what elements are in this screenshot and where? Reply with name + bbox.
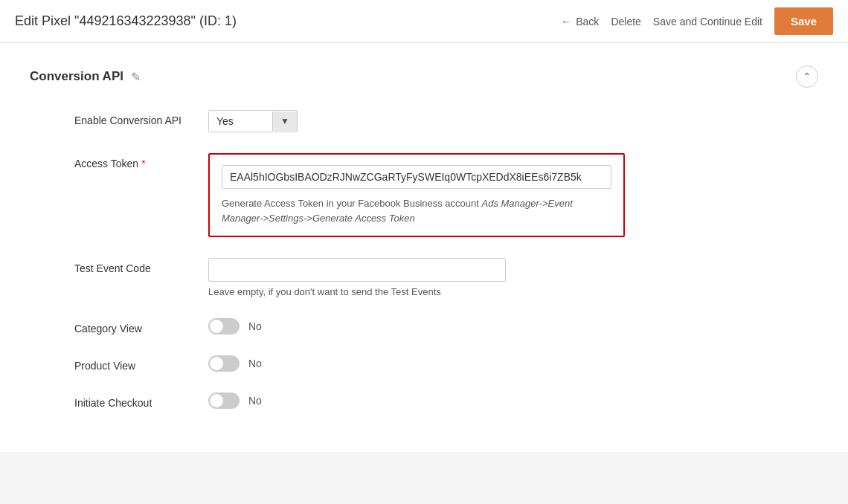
initiate-checkout-label: Initiate Checkout xyxy=(74,392,208,409)
test-event-hint: Leave empty, if you don't want to send t… xyxy=(208,286,625,297)
access-token-input[interactable] xyxy=(222,165,611,189)
product-view-slider xyxy=(208,355,240,372)
category-view-toggle[interactable] xyxy=(208,318,240,335)
required-indicator: * xyxy=(141,158,145,169)
initiate-checkout-field: No xyxy=(208,392,625,409)
product-view-field: No xyxy=(208,355,625,372)
page-header: Edit Pixel "449216343223938" (ID: 1) ← B… xyxy=(0,0,848,43)
initiate-checkout-slider xyxy=(208,392,240,409)
category-view-status: No xyxy=(248,320,262,332)
access-token-field: Generate Access Token in your Facebook B… xyxy=(208,153,625,237)
category-view-slider xyxy=(208,318,240,335)
collapse-button[interactable]: ⌃ xyxy=(796,65,818,88)
category-view-row: Category View No xyxy=(30,318,818,335)
product-view-label: Product View xyxy=(74,355,208,372)
edit-icon[interactable]: ✎ xyxy=(131,70,141,84)
product-view-toggle-row: No xyxy=(208,355,625,372)
access-token-hint: Generate Access Token in your Facebook B… xyxy=(222,196,611,225)
enable-conversion-api-row: Enable Conversion API Yes ▼ xyxy=(30,110,818,132)
product-view-status: No xyxy=(248,358,262,369)
initiate-checkout-toggle-row: No xyxy=(208,392,625,409)
product-view-row: Product View No xyxy=(30,355,818,372)
test-event-code-input[interactable] xyxy=(208,258,506,282)
save-continue-button[interactable]: Save and Continue Edit xyxy=(653,16,762,28)
header-actions: ← Back Delete Save and Continue Edit Sav… xyxy=(561,7,833,35)
section-header: Conversion API ✎ ⌃ xyxy=(30,65,818,88)
enable-api-select[interactable]: Yes ▼ xyxy=(208,110,298,132)
delete-button[interactable]: Delete xyxy=(611,16,640,28)
initiate-checkout-row: Initiate Checkout No xyxy=(30,392,818,409)
enable-conversion-api-field: Yes ▼ xyxy=(208,110,625,132)
test-event-code-row: Test Event Code Leave empty, if you don'… xyxy=(30,258,818,297)
select-arrow-button[interactable]: ▼ xyxy=(272,112,297,131)
enable-api-value: Yes xyxy=(209,111,272,132)
category-view-field: No xyxy=(208,318,625,335)
access-token-label: Access Token * xyxy=(74,153,208,169)
page-title: Edit Pixel "449216343223938" (ID: 1) xyxy=(15,13,546,29)
initiate-checkout-status: No xyxy=(248,395,262,407)
back-button[interactable]: ← Back xyxy=(561,16,599,28)
main-content: Conversion API ✎ ⌃ Enable Conversion API… xyxy=(0,43,848,452)
enable-conversion-api-label: Enable Conversion API xyxy=(74,110,208,126)
back-arrow-icon: ← xyxy=(561,16,571,28)
product-view-toggle[interactable] xyxy=(208,355,240,372)
initiate-checkout-toggle[interactable] xyxy=(208,392,240,409)
test-event-code-field: Leave empty, if you don't want to send t… xyxy=(208,258,625,297)
section-title: Conversion API xyxy=(30,69,123,84)
category-view-toggle-row: No xyxy=(208,318,625,335)
test-event-code-label: Test Event Code xyxy=(74,258,208,274)
save-button[interactable]: Save xyxy=(774,7,833,35)
category-view-label: Category View xyxy=(74,318,208,335)
access-token-box: Generate Access Token in your Facebook B… xyxy=(208,153,625,237)
access-token-row: Access Token * Generate Access Token in … xyxy=(30,153,818,237)
section-title-row: Conversion API ✎ xyxy=(30,69,141,84)
